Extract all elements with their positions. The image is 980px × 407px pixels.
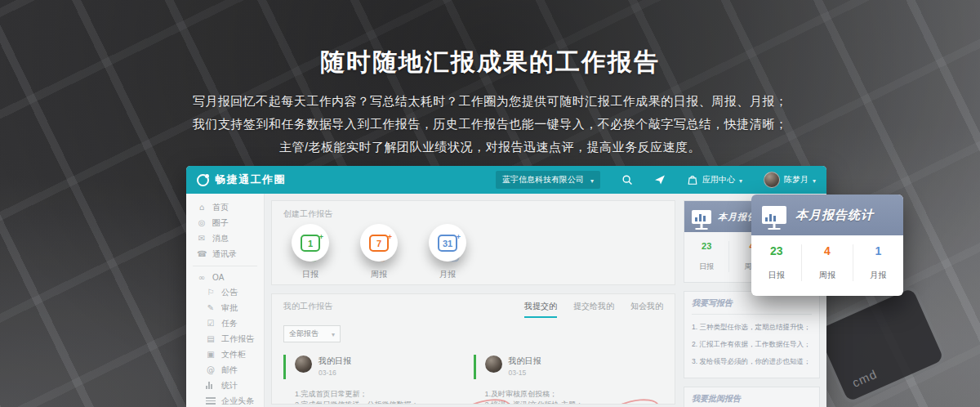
news-lines-icon [206,397,216,405]
sidebar-item-oa[interactable]: ∞OA [186,271,264,284]
search-icon[interactable] [621,174,633,186]
chevron-down-icon [332,330,335,338]
report-line: 1.及时审核原创投稿； [485,389,656,400]
sidebar-item-file-cabinet[interactable]: ▣文件柜 [186,347,264,362]
callout-weekly-label: 周报 [802,270,852,281]
review-report-tips-card: 我要批阅报告 1. 汇总批阅省时间，已读未读很清晰； [684,387,820,407]
report-line: 1.完成首页日常更新； [295,389,466,400]
review-report-tips-title: 我要批阅报告 [692,393,812,407]
weekly-report-icon: 7 [369,235,389,252]
stat-daily-value: 23 [684,241,728,251]
tip-line: 2. 汇报工作有依据，工作数据任导入； [692,336,812,353]
create-report-title: 创建工作报告 [283,208,663,220]
tab-submitted-by-me[interactable]: 我提交的 [524,301,557,318]
callout-monthly-label: 月报 [853,270,903,281]
sidebar-item-tasks[interactable]: ☑任务 [186,315,264,331]
home-icon: ⌂ [197,203,207,212]
chevron-down-icon [739,176,742,185]
my-reports-title: 我的工作报告 [283,301,332,312]
report-cards: 我的日报 03-16 1.完成首页日常更新； 2.完成每日微信推送，分析微信数据… [283,353,663,405]
sidebar-label: 圈子 [212,217,229,229]
create-daily-report-button[interactable]: 1 1 日报 [285,224,336,280]
report-date: 03-15 [509,369,541,377]
hero-section: 随时随地汇报成果的工作报告 写月报回忆不起每天工作内容？写总结太耗时？工作圈为您… [0,46,980,155]
callout-stat-weekly: 4 周报 [801,244,852,281]
callout-header: 本月报告统计 [751,195,903,235]
callout-weekly-value: 4 [802,244,852,257]
tip-line: 1. 三种类型任你选，定期总结提升快； [692,319,812,336]
sidebar-label: 邮件 [221,365,238,376]
file-cabinet-icon: ▣ [206,350,216,360]
callout-title: 本月报告统计 [795,208,874,223]
user-name: 陈梦月 [784,174,808,186]
callout-stat-daily: 23 日报 [751,244,801,281]
company-name: 蓝宇信息科技有限公司 [502,174,584,186]
sidebar-item-statistics[interactable]: 统计 [186,378,264,393]
create-weekly-report-button[interactable]: 7 7 周报 [354,224,404,280]
chevron-down-icon [590,176,594,185]
sidebar-label: 文件柜 [221,349,246,360]
report-title: 我的日报 [509,356,541,367]
tab-submitted-to-me[interactable]: 提交给我的 [573,301,614,318]
filter-value: 全部报告 [289,329,318,339]
sidebar-label: 消息 [212,233,229,244]
app-body: ⌂首页 ◎圈子 ✉消息 ☎通讯录 ∞OA ⚐公告 ✎审批 ☑任务 ▤工作报告 ▣… [186,194,826,407]
sidebar-label: 通讯录 [212,248,237,260]
app-header-bar: 畅捷通工作圈 蓝宇信息科技有限公司 应用中心 陈梦月 [186,166,826,194]
bar-chart-icon [206,382,216,389]
callout-monthly-value: 1 [853,244,903,257]
app-center-menu[interactable]: 应用中心 [687,174,742,186]
approval-icon: ✎ [206,303,216,313]
hero-line-3: 主管/老板能实时了解团队业绩状况，对报告迅速点评，提高业务反应速度。 [0,140,980,155]
report-doc-icon: ▤ [206,334,216,344]
monthly-report-bubble: 31 [429,224,466,262]
report-type-filter[interactable]: 全部报告 [283,325,341,342]
callout-daily-label: 日报 [751,270,801,281]
header-right-group: 蓝宇信息科技有限公司 应用中心 陈梦月 [496,171,816,189]
weekly-report-label: 周报 [354,269,404,280]
cmd-key-label: cmd [850,367,880,390]
sidebar-item-announcement[interactable]: ⚐公告 [186,284,264,300]
company-select[interactable]: 蓝宇信息科技有限公司 [496,171,600,189]
sidebar-item-approval[interactable]: ✎审批 [186,300,264,315]
daily-report-bubble: 1 [292,224,329,262]
sidebar-label: OA [212,273,224,282]
report-card[interactable]: 我的日报 03-15 1.及时审核原创投稿； 2.培训：资讯/文化版块 主题； [474,353,664,405]
report-title: 我的日报 [318,356,351,367]
sidebar-item-messages[interactable]: ✉消息 [186,230,264,246]
chart-board-icon [762,206,786,224]
user-menu[interactable]: 陈梦月 [764,172,816,188]
app-center-label: 应用中心 [702,174,735,186]
logo-text: 畅捷通工作圈 [215,172,286,187]
my-reports-header: 我的工作报告 我提交的 提交给我的 知会我的 [283,301,663,318]
app-logo[interactable]: 畅捷通工作圈 [197,172,286,187]
my-reports-panel: 我的工作报告 我提交的 提交给我的 知会我的 全部报告 [271,293,675,405]
sidebar-item-home[interactable]: ⌂首页 [186,199,264,215]
sidebar-item-mail[interactable]: @邮件 [186,362,264,378]
report-card[interactable]: 我的日报 03-16 1.完成首页日常更新； 2.完成每日微信推送，分析微信数据… [283,353,474,405]
sidebar-label: 审批 [221,302,238,314]
daily-report-icon: 1 [301,235,320,252]
sidebar-item-contacts[interactable]: ☎通讯录 [186,246,264,262]
weekly-report-bubble: 7 [360,224,398,262]
oa-glasses-icon: ∞ [197,273,207,283]
hero-title: 随时随地汇报成果的工作报告 [0,46,980,79]
chevron-down-icon [813,176,816,185]
sidebar-label: 企业头条 [221,396,254,407]
tab-cc-to-me[interactable]: 知会我的 [630,301,663,318]
callout-body: 23 日报 4 周报 1 月报 [751,235,903,281]
monthly-report-icon: 31 [438,235,457,252]
mail-icon: @ [206,365,216,375]
report-author-avatar [295,356,312,373]
sidebar-item-company-news[interactable]: 企业头条 [186,393,264,407]
create-monthly-report-button[interactable]: 31 31 月报 [422,224,473,280]
app-screenshot-window: 畅捷通工作圈 蓝宇信息科技有限公司 应用中心 陈梦月 [186,166,826,407]
sidebar-item-work-report[interactable]: ▤工作报告 [186,331,264,347]
chart-board-icon [692,210,711,224]
sidebar-item-circles[interactable]: ◎圈子 [186,215,264,230]
sidebar-label: 公告 [221,287,238,298]
send-plane-icon[interactable] [654,174,666,186]
monthly-stats-zoom-callout: 本月报告统计 23 日报 4 周报 1 月报 [751,195,903,296]
bell-icon: ⚐ [206,288,216,297]
stat-daily-label: 日报 [684,262,728,272]
